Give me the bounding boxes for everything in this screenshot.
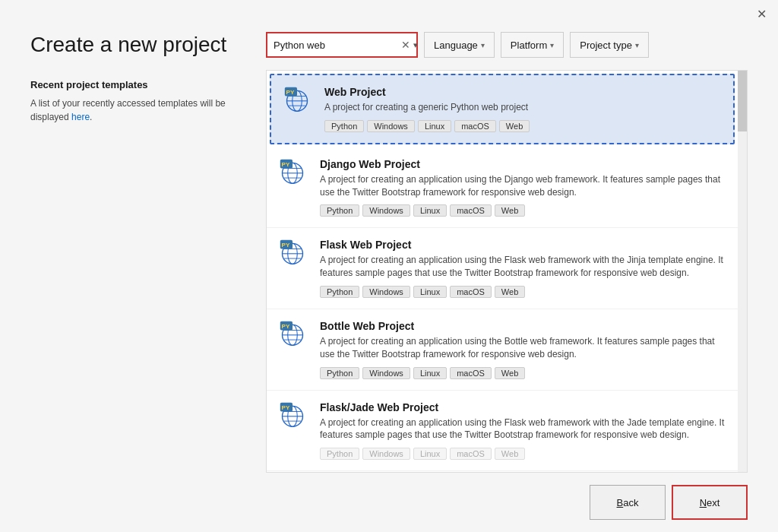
project-type-dropdown-icon: ▾ — [635, 41, 639, 49]
tag: Windows — [362, 448, 410, 460]
tags-container: PythonWindowsLinuxmacOSWeb — [320, 448, 726, 460]
search-dropdown-icon[interactable]: ▾ — [413, 40, 418, 50]
tag: macOS — [450, 448, 492, 460]
project-type-filter-label: Project type — [580, 40, 632, 51]
tag: Web — [499, 120, 530, 132]
tags-container: PythonWindowsLinuxmacOSWeb — [324, 120, 721, 132]
toolbar: ✕ ▾ Language ▾ Platform ▾ Project type ▾ — [266, 32, 748, 58]
title-bar: ✕ — [0, 0, 778, 24]
template-name: Flask/Jade Web Project — [320, 401, 726, 413]
svg-text:PY: PY — [282, 161, 290, 168]
language-filter-label: Language — [434, 40, 478, 51]
tags-container: PythonWindowsLinuxmacOSWeb — [320, 367, 726, 379]
tags-container: PythonWindowsLinuxmacOSWeb — [320, 286, 726, 298]
footer: Back Next — [0, 473, 778, 532]
tag: Web — [495, 448, 525, 460]
page-title: Create a new project — [30, 32, 243, 58]
tag: Python — [320, 286, 359, 298]
platform-dropdown-icon: ▾ — [550, 41, 554, 49]
search-clear-icon[interactable]: ✕ — [401, 39, 410, 51]
template-item[interactable]: PY Flask Web Project A project for creat… — [267, 228, 738, 309]
template-icon: PY — [279, 239, 309, 269]
search-box[interactable]: ✕ ▾ — [266, 32, 418, 58]
next-label: Next — [700, 497, 720, 508]
recent-templates-desc: A list of your recently accessed templat… — [30, 97, 243, 124]
template-desc: A project for creating an application us… — [320, 416, 726, 442]
template-icon: PY — [283, 86, 314, 116]
tag: Linux — [413, 448, 447, 460]
template-item[interactable]: PY Django Web Project A project for crea… — [267, 147, 738, 229]
template-desc: A project for creating an application us… — [320, 335, 726, 361]
scrollbar-track[interactable] — [738, 71, 747, 472]
tag: Linux — [413, 286, 447, 298]
left-panel: Create a new project Recent project temp… — [30, 24, 243, 473]
template-name: Django Web Project — [320, 158, 726, 170]
close-button[interactable]: ✕ — [754, 6, 769, 21]
template-item[interactable]: PY Flask/Jade Web Project A project for … — [267, 391, 738, 472]
platform-filter-label: Platform — [511, 40, 547, 51]
tag: macOS — [450, 286, 492, 298]
template-info: Flask/Jade Web Project A project for cre… — [320, 401, 726, 461]
tag: Linux — [413, 367, 447, 379]
next-button[interactable]: Next — [672, 485, 748, 520]
template-info: Django Web Project A project for creatin… — [320, 158, 726, 217]
template-desc: A project for creating a generic Python … — [324, 101, 721, 114]
template-info: Flask Web Project A project for creating… — [320, 239, 726, 298]
tag: macOS — [454, 120, 496, 132]
template-item[interactable]: PY Bottle Web Project A project for crea… — [267, 309, 738, 391]
template-name: Web Project — [324, 86, 721, 98]
template-name: Bottle Web Project — [320, 320, 726, 332]
project-type-filter-button[interactable]: Project type ▾ — [570, 32, 649, 58]
tag: Python — [320, 367, 359, 379]
recent-templates-title: Recent project templates — [30, 79, 243, 90]
tag: Linux — [418, 120, 451, 132]
scrollbar-thumb[interactable] — [738, 71, 747, 131]
language-dropdown-icon: ▾ — [481, 41, 485, 49]
tag: Python — [320, 448, 359, 460]
tag: Web — [495, 204, 525, 217]
recent-desc-link[interactable]: here — [71, 112, 90, 122]
svg-text:PY: PY — [282, 242, 290, 249]
tag: Python — [324, 120, 364, 132]
tag: macOS — [450, 367, 492, 379]
tag: Web — [495, 367, 525, 379]
right-panel: ✕ ▾ Language ▾ Platform ▾ Project type ▾ — [266, 24, 748, 473]
back-label: Back — [617, 497, 639, 508]
main-window: ✕ Create a new project Recent project te… — [0, 0, 778, 532]
back-button[interactable]: Back — [590, 485, 666, 520]
recent-desc-before: A list of your recently accessed templat… — [30, 98, 226, 122]
svg-text:PY: PY — [282, 323, 290, 330]
tag: Linux — [413, 204, 447, 217]
template-item[interactable]: PY Web Project A project for creating a … — [270, 74, 735, 144]
svg-text:PY: PY — [286, 89, 295, 96]
main-content: Create a new project Recent project temp… — [0, 24, 778, 473]
templates-list: PY Web Project A project for creating a … — [266, 70, 748, 473]
template-info: Bottle Web Project A project for creatin… — [320, 320, 726, 379]
tag: Web — [495, 286, 525, 298]
template-desc: A project for creating an application us… — [320, 254, 726, 280]
tag: macOS — [450, 204, 492, 217]
tags-container: PythonWindowsLinuxmacOSWeb — [320, 204, 726, 217]
recent-desc-after: . — [90, 112, 92, 122]
svg-text:PY: PY — [282, 404, 290, 410]
template-icon: PY — [279, 158, 309, 188]
tag: Python — [320, 204, 359, 217]
tag: Windows — [367, 120, 415, 132]
search-input[interactable] — [274, 40, 401, 51]
template-icon: PY — [279, 320, 309, 350]
tag: Windows — [362, 204, 410, 217]
template-icon: PY — [279, 401, 309, 432]
template-info: Web Project A project for creating a gen… — [324, 86, 721, 132]
tag: Windows — [362, 286, 410, 298]
tag: Windows — [362, 367, 410, 379]
template-desc: A project for creating an application us… — [320, 173, 726, 199]
language-filter-button[interactable]: Language ▾ — [424, 32, 495, 58]
platform-filter-button[interactable]: Platform ▾ — [501, 32, 564, 58]
template-name: Flask Web Project — [320, 239, 726, 251]
